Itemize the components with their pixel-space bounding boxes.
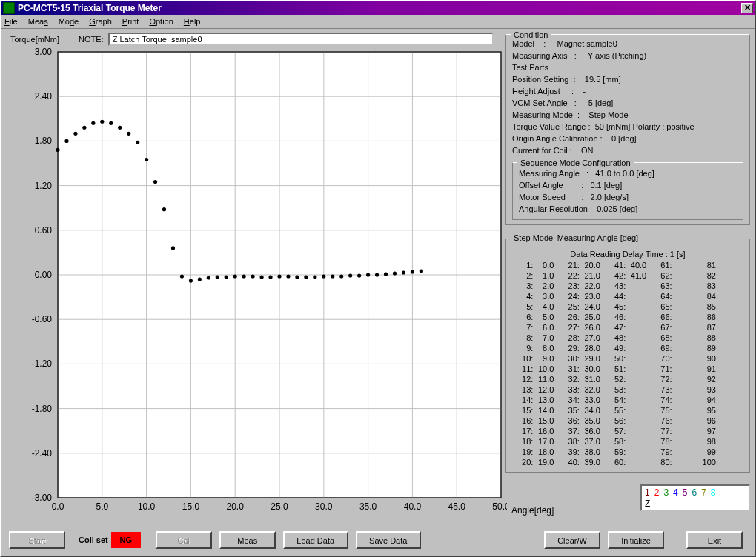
save-data-button[interactable]: Save Data [356, 531, 421, 549]
svg-point-70 [268, 275, 272, 278]
sequence-title: Sequence Mode Configuration [517, 157, 634, 169]
seq-angle-val: 41.0 to 0.0 [deg] [595, 169, 654, 178]
svg-point-71 [277, 274, 281, 278]
exit-button[interactable]: Exit [686, 531, 743, 549]
load-data-button[interactable]: Load Data [283, 531, 348, 549]
cond-axis-lbl: Measuring Axis [512, 51, 568, 60]
cal-button[interactable]: Cal [156, 531, 212, 549]
cond-mode-val: Step Mode [588, 110, 628, 119]
menubar: File Meas Mode Graph Print Option Help [1, 15, 755, 29]
x-axis-label: Angle[deg] [511, 505, 554, 516]
legend-letter: Z [645, 498, 746, 510]
cond-mode-lbl: Measuring Mode [512, 110, 573, 119]
start-button[interactable]: Start [9, 531, 65, 549]
svg-point-66 [233, 274, 237, 278]
svg-text:0.0: 0.0 [52, 501, 64, 512]
close-icon[interactable]: ✕ [741, 3, 753, 13]
svg-point-86 [411, 270, 414, 273]
svg-point-65 [225, 275, 228, 278]
cond-origin-lbl: Origin Angle Calibration : [512, 134, 603, 143]
step-title: Step Model Measuring Angle [deg] [511, 233, 641, 242]
svg-point-50 [91, 121, 95, 125]
cond-height-val: - [583, 87, 586, 96]
svg-text:30.0: 30.0 [315, 501, 333, 512]
menu-file[interactable]: File [4, 17, 18, 26]
menu-graph[interactable]: Graph [89, 17, 112, 26]
svg-point-59 [171, 246, 175, 250]
menu-print[interactable]: Print [122, 17, 139, 26]
cond-coil-val: ON [581, 146, 594, 155]
note-label: NOTE: [79, 35, 104, 44]
svg-point-61 [189, 278, 193, 282]
svg-point-83 [384, 272, 388, 276]
svg-point-58 [162, 207, 166, 211]
sequence-panel: Sequence Mode Configuration Measuring An… [512, 162, 743, 220]
cond-origin-val: 0 [deg] [611, 134, 637, 143]
svg-point-78 [339, 274, 343, 278]
cond-coil-lbl: Current for Coil : [512, 146, 572, 155]
legend-box: 12345678 Z [640, 484, 750, 511]
svg-point-76 [322, 274, 325, 278]
seq-speed-lbl: Motor Speed [519, 193, 566, 201]
menu-mode[interactable]: Mode [59, 17, 79, 26]
window-title: PC-MCT5-15 Triaxial Torque Meter [18, 3, 741, 13]
seq-offset-val: 0.1 [deg] [590, 181, 622, 190]
ng-indicator: NG [111, 532, 141, 548]
svg-text:2.40: 2.40 [35, 91, 53, 101]
svg-text:45.0: 45.0 [448, 501, 466, 512]
cond-pos-lbl: Position Setting [512, 75, 568, 84]
svg-point-64 [216, 275, 219, 278]
svg-text:10.0: 10.0 [138, 501, 156, 512]
svg-point-73 [295, 275, 299, 278]
clearw-button[interactable]: Clear/W [544, 531, 600, 549]
cond-range-val: 50 [mNm] Polarity : positive [595, 122, 694, 131]
svg-point-52 [109, 121, 113, 125]
seq-angle-lbl: Measuring Angle [519, 169, 580, 178]
svg-point-56 [145, 158, 148, 161]
note-input[interactable] [108, 33, 494, 46]
svg-text:35.0: 35.0 [359, 501, 377, 512]
legend-numbers: 12345678 [645, 487, 746, 498]
svg-point-74 [304, 275, 308, 278]
svg-point-80 [357, 273, 361, 277]
seq-res-val: 0.025 [deg] [597, 204, 637, 213]
svg-text:3.00: 3.00 [35, 47, 53, 57]
svg-text:5.0: 5.0 [96, 501, 108, 512]
step-table: 1:0.02:1.03:2.04:3.05:4.06:5.07:6.08:7.0… [512, 260, 743, 467]
coilset-label: Coil set [79, 536, 108, 544]
condition-panel: Condition Model : Magnet sample0 Measuri… [505, 34, 750, 225]
svg-text:-3.00: -3.00 [32, 493, 53, 503]
meas-button[interactable]: Meas [219, 531, 276, 549]
menu-help[interactable]: Help [184, 17, 201, 26]
svg-text:0.60: 0.60 [35, 225, 53, 236]
svg-point-60 [180, 274, 184, 278]
svg-point-62 [198, 277, 202, 281]
svg-point-69 [259, 275, 263, 278]
cond-axis-val: Y axis (Pitching) [588, 51, 646, 60]
svg-text:-2.40: -2.40 [32, 448, 53, 458]
svg-point-85 [402, 270, 405, 274]
titlebar: PC-MCT5-15 Triaxial Torque Meter ✕ [1, 1, 755, 15]
svg-point-75 [313, 275, 316, 278]
torque-label: Torque[mNm] [10, 35, 59, 44]
svg-point-48 [73, 132, 77, 136]
step-delay: Data Reading Delay Time : 1 [s] [512, 250, 743, 259]
seq-res-lbl: Angular Resolution : [519, 204, 592, 213]
initialize-button[interactable]: Initialize [608, 531, 664, 549]
svg-point-54 [127, 132, 130, 136]
svg-point-81 [366, 273, 370, 276]
svg-text:15.0: 15.0 [182, 501, 200, 512]
svg-point-46 [56, 148, 59, 152]
svg-text:-1.20: -1.20 [32, 358, 53, 369]
menu-meas[interactable]: Meas [28, 17, 48, 26]
svg-point-68 [251, 274, 255, 278]
svg-point-72 [286, 274, 290, 278]
cond-range-lbl: Torque Value Range : [512, 122, 591, 131]
step-model-panel: Step Model Measuring Angle [deg] Data Re… [505, 239, 750, 473]
svg-point-77 [331, 274, 334, 278]
svg-text:0.00: 0.00 [35, 270, 53, 280]
svg-point-67 [242, 274, 246, 278]
menu-option[interactable]: Option [149, 17, 173, 26]
cond-height-lbl: Height Adjust [512, 87, 560, 96]
svg-point-79 [348, 273, 352, 277]
